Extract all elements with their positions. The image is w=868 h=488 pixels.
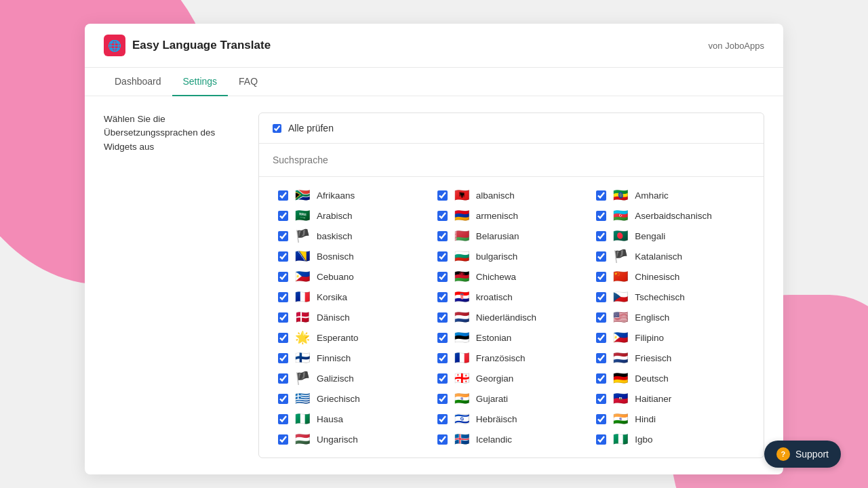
language-name[interactable]: Estonian bbox=[476, 333, 512, 343]
language-checkbox[interactable] bbox=[596, 272, 606, 282]
language-name[interactable]: Aserbaidschanisch bbox=[635, 211, 711, 221]
language-checkbox[interactable] bbox=[596, 353, 606, 363]
language-name[interactable]: Filipino bbox=[635, 333, 664, 343]
language-checkbox[interactable] bbox=[278, 272, 288, 282]
language-name[interactable]: Bengali bbox=[635, 231, 665, 241]
language-name[interactable]: Ungarisch bbox=[317, 434, 358, 445]
language-checkbox[interactable] bbox=[278, 292, 288, 302]
language-name[interactable]: Deutsch bbox=[635, 373, 669, 384]
language-name[interactable]: Bosnisch bbox=[317, 251, 354, 262]
language-checkbox[interactable] bbox=[596, 251, 606, 262]
language-checkbox[interactable] bbox=[437, 211, 448, 221]
list-item: 🇭🇹 Haitianer bbox=[591, 388, 750, 409]
language-checkbox[interactable] bbox=[596, 231, 606, 241]
language-name[interactable]: baskisch bbox=[317, 231, 353, 241]
flag-icon: 🇬🇷 bbox=[294, 392, 311, 405]
language-name[interactable]: Griechisch bbox=[317, 394, 360, 404]
language-name[interactable]: Chinesisch bbox=[635, 272, 679, 282]
language-name[interactable]: bulgarisch bbox=[476, 251, 518, 262]
list-item: 🇪🇹 Amharic bbox=[591, 185, 750, 205]
language-checkbox[interactable] bbox=[437, 434, 448, 445]
language-name[interactable]: armenisch bbox=[476, 211, 518, 221]
header: 🌐 Easy Language Translate von JoboApps bbox=[85, 24, 783, 68]
language-name[interactable]: Galizisch bbox=[317, 373, 354, 384]
language-checkbox[interactable] bbox=[596, 292, 606, 302]
flag-icon: 🇫🇮 bbox=[294, 352, 311, 364]
list-item: 🇲🇼 Chichewa bbox=[432, 266, 591, 287]
app-title: Easy Language Translate bbox=[132, 39, 271, 52]
flag-icon: 🇪🇪 bbox=[453, 331, 471, 344]
language-name[interactable]: Afrikaans bbox=[317, 190, 355, 201]
language-name[interactable]: Georgian bbox=[476, 373, 514, 384]
language-name[interactable]: Korsika bbox=[317, 292, 347, 302]
language-name[interactable]: albanisch bbox=[476, 190, 515, 201]
app-icon: 🌐 bbox=[104, 35, 125, 56]
sidebar-description: Wählen Sie die Übersetzungssprachen des … bbox=[104, 113, 239, 458]
language-name[interactable]: kroatisch bbox=[476, 292, 513, 302]
language-checkbox[interactable] bbox=[437, 333, 448, 343]
language-checkbox[interactable] bbox=[278, 231, 288, 241]
language-name[interactable]: Französisch bbox=[476, 353, 526, 363]
tab-settings[interactable]: Settings bbox=[172, 68, 229, 96]
language-checkbox[interactable] bbox=[278, 434, 288, 445]
check-all-label[interactable]: Alle prüfen bbox=[288, 123, 334, 134]
language-name[interactable]: Friesisch bbox=[635, 353, 671, 363]
language-checkbox[interactable] bbox=[596, 211, 606, 221]
language-name[interactable]: Belarusian bbox=[476, 231, 519, 241]
language-name[interactable]: Dänisch bbox=[317, 312, 350, 323]
language-checkbox[interactable] bbox=[437, 231, 448, 241]
language-name[interactable]: Gujarati bbox=[476, 394, 508, 404]
language-checkbox[interactable] bbox=[437, 414, 448, 424]
language-name[interactable]: Finnisch bbox=[317, 353, 351, 363]
language-name[interactable]: Hindi bbox=[635, 414, 656, 424]
language-name[interactable]: Tschechisch bbox=[635, 292, 685, 302]
language-name[interactable]: Amharic bbox=[635, 190, 669, 201]
language-checkbox[interactable] bbox=[437, 353, 448, 363]
language-checkbox[interactable] bbox=[596, 312, 606, 323]
language-checkbox[interactable] bbox=[596, 414, 606, 424]
flag-icon: 🇨🇿 bbox=[612, 291, 629, 303]
language-checkbox[interactable] bbox=[437, 292, 448, 302]
language-checkbox[interactable] bbox=[596, 434, 606, 445]
language-checkbox[interactable] bbox=[278, 312, 288, 323]
language-checkbox[interactable] bbox=[278, 394, 288, 404]
language-name[interactable]: Katalanisch bbox=[635, 251, 682, 262]
language-checkbox[interactable] bbox=[596, 394, 606, 404]
language-name[interactable]: Chichewa bbox=[476, 272, 516, 282]
language-name[interactable]: Niederländisch bbox=[476, 312, 536, 323]
language-checkbox[interactable] bbox=[278, 373, 288, 384]
language-name[interactable]: Esperanto bbox=[317, 333, 359, 343]
language-checkbox[interactable] bbox=[437, 312, 448, 323]
language-checkbox[interactable] bbox=[278, 251, 288, 262]
language-name[interactable]: Hebräisch bbox=[476, 414, 517, 424]
tab-dashboard[interactable]: Dashboard bbox=[104, 68, 172, 96]
list-item: 🇪🇪 Estonian bbox=[432, 327, 591, 348]
language-checkbox[interactable] bbox=[278, 414, 288, 424]
language-name[interactable]: Hausa bbox=[317, 414, 343, 424]
search-input[interactable] bbox=[273, 150, 750, 169]
language-name[interactable]: Haitianer bbox=[635, 394, 671, 404]
language-checkbox[interactable] bbox=[437, 373, 448, 384]
language-checkbox[interactable] bbox=[278, 211, 288, 221]
language-name[interactable]: Igbo bbox=[635, 434, 652, 445]
language-checkbox[interactable] bbox=[596, 190, 606, 201]
language-checkbox[interactable] bbox=[596, 373, 606, 384]
language-checkbox[interactable] bbox=[437, 394, 448, 404]
language-checkbox[interactable] bbox=[437, 190, 448, 201]
check-all-checkbox[interactable] bbox=[273, 124, 281, 133]
language-name[interactable]: Cebuano bbox=[317, 272, 354, 282]
language-checkbox[interactable] bbox=[278, 190, 288, 201]
language-name[interactable]: Arabisch bbox=[317, 211, 353, 221]
support-icon: ? bbox=[776, 447, 790, 461]
list-item: 🇦🇿 Aserbaidschanisch bbox=[591, 205, 750, 226]
tab-faq[interactable]: FAQ bbox=[228, 68, 269, 96]
language-checkbox[interactable] bbox=[437, 251, 448, 262]
language-name[interactable]: Icelandic bbox=[476, 434, 512, 445]
language-checkbox[interactable] bbox=[437, 272, 448, 282]
list-item: 🇧🇾 Belarusian bbox=[432, 226, 591, 246]
language-checkbox[interactable] bbox=[278, 333, 288, 343]
language-checkbox[interactable] bbox=[596, 333, 606, 343]
language-checkbox[interactable] bbox=[278, 353, 288, 363]
support-button[interactable]: ? Support bbox=[764, 441, 841, 468]
language-name[interactable]: Englisch bbox=[635, 312, 669, 323]
